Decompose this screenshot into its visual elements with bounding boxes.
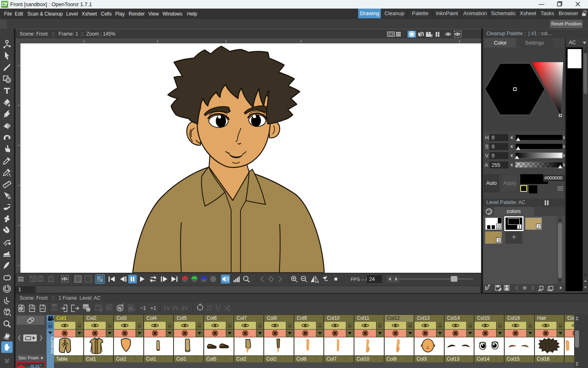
svg-text:0L01″: 0L01″ [31, 364, 42, 368]
svg-text:−1: −1 [140, 305, 146, 311]
svg-text:H: H [485, 135, 489, 141]
svg-text:24: 24 [369, 276, 375, 282]
svg-text:V: V [485, 153, 489, 159]
svg-text:FPS -- /: FPS -- / [351, 277, 367, 282]
svg-text:1's: 1's [163, 305, 169, 311]
svg-text:3's: 3's [181, 305, 187, 311]
svg-text:S: S [485, 144, 488, 150]
svg-text:0: 0 [492, 135, 494, 141]
svg-text:255: 255 [492, 162, 500, 168]
svg-text:2's: 2's [172, 305, 178, 311]
svg-text:A: A [485, 162, 488, 168]
svg-text:0: 0 [492, 153, 494, 159]
svg-text:0: 0 [492, 144, 494, 150]
svg-text:N: N [118, 306, 122, 311]
svg-text:+1: +1 [150, 305, 156, 311]
